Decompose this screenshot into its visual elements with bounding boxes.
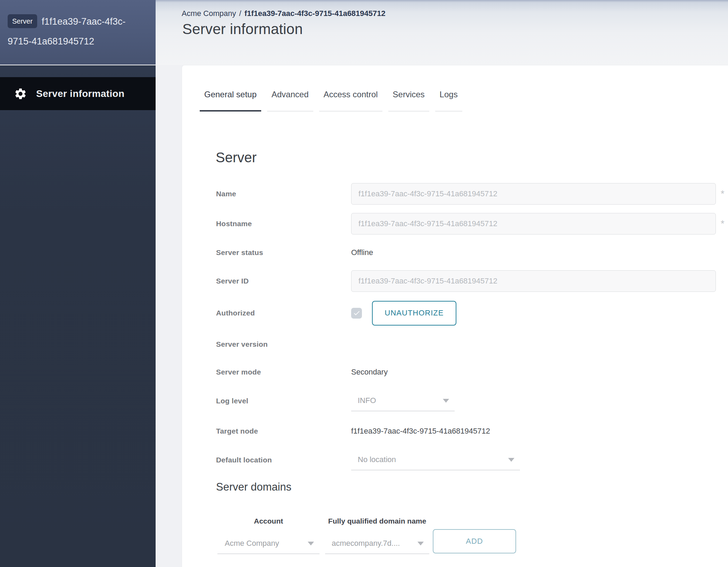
default-location-label: Default location (216, 450, 351, 470)
content-background: General setup Advanced Access control Se… (156, 65, 728, 567)
server-type-badge: Server (8, 14, 37, 28)
tab-advanced[interactable]: Advanced (267, 90, 313, 112)
target-node-label: Target node (216, 427, 351, 435)
server-mode-label: Server mode (216, 368, 351, 376)
fqdn-select[interactable]: acmecompany.7d.... (325, 533, 429, 554)
gear-icon (14, 87, 27, 100)
unauthorize-button[interactable]: UNAUTHORIZE (372, 301, 456, 326)
breadcrumb-current: f1f1ea39-7aac-4f3c-9715-41a681945712 (245, 9, 386, 18)
breadcrumb-separator: / (239, 9, 241, 18)
server-version-label: Server version (216, 340, 351, 348)
form-row-server-status: Server status Offline (216, 241, 373, 264)
chevron-down-icon (308, 542, 314, 545)
default-location-value: No location (358, 455, 396, 464)
chevron-down-icon (417, 542, 424, 545)
form-row-log-level: Log level INFO (216, 391, 455, 412)
form-row-authorized: Authorized UNAUTHORIZE (216, 301, 456, 326)
tab-logs[interactable]: Logs (435, 90, 462, 112)
target-node-value: f1f1ea39-7aac-4f3c-9715-41a681945712 (351, 427, 490, 436)
sidebar-nav: Server information (0, 66, 156, 567)
log-level-select[interactable]: INFO (351, 391, 455, 411)
hostname-input[interactable] (351, 213, 716, 235)
default-location-select[interactable]: No location (351, 450, 520, 470)
required-marker: * (721, 189, 725, 199)
page-title: Server information (182, 21, 303, 38)
form-row-hostname: Hostname * (216, 213, 725, 235)
required-marker: * (721, 219, 725, 229)
chevron-down-icon (443, 399, 449, 403)
section-heading-server: Server (216, 150, 257, 165)
tab-services[interactable]: Services (388, 90, 429, 112)
section-heading-server-domains: Server domains (216, 481, 291, 493)
breadcrumb-parent[interactable]: Acme Company (182, 9, 236, 18)
form-row-default-location: Default location No location (216, 450, 520, 471)
sidebar-item-server-information[interactable]: Server information (0, 77, 156, 110)
column-header-fqdn: Fully qualified domain name (318, 517, 436, 525)
form-row-server-id: Server ID (216, 270, 716, 292)
authorized-label: Authorized (216, 309, 351, 317)
chevron-down-icon (508, 458, 514, 462)
authorized-checkbox[interactable] (351, 308, 362, 319)
account-select-value: Acme Company (225, 539, 279, 548)
log-level-label: Log level (216, 391, 351, 411)
server-mode-value: Secondary (351, 368, 388, 377)
main-header: Acme Company/f1f1ea39-7aac-4f3c-9715-41a… (156, 0, 728, 65)
account-select[interactable]: Acme Company (217, 533, 320, 554)
checkmark-icon (353, 309, 361, 317)
tab-bar: General setup Advanced Access control Se… (200, 90, 468, 112)
add-domain-button[interactable]: ADD (433, 529, 516, 553)
log-level-value: INFO (358, 396, 376, 405)
form-row-target-node: Target node f1f1ea39-7aac-4f3c-9715-41a6… (216, 420, 490, 442)
tab-general-setup[interactable]: General setup (200, 90, 261, 112)
form-row-server-version: Server version (216, 333, 351, 355)
form-row-server-mode: Server mode Secondary (216, 361, 388, 383)
fqdn-select-value: acmecompany.7d.... (332, 539, 400, 548)
sidebar-item-label: Server information (36, 88, 124, 99)
breadcrumb: Acme Company/f1f1ea39-7aac-4f3c-9715-41a… (182, 9, 386, 18)
screen: Serverf1f1ea39-7aac-4f3c-9715-41a6819457… (0, 0, 728, 567)
sidebar: Serverf1f1ea39-7aac-4f3c-9715-41a6819457… (0, 0, 156, 567)
server-id-label: Server ID (216, 277, 351, 285)
server-status-value: Offline (351, 248, 373, 257)
form-row-name: Name * (216, 183, 725, 205)
hostname-label: Hostname (216, 220, 351, 228)
column-header-account: Account (217, 517, 320, 525)
server-status-label: Server status (216, 248, 351, 257)
content-card: General setup Advanced Access control Se… (182, 65, 728, 567)
sidebar-header: Serverf1f1ea39-7aac-4f3c-9715-41a6819457… (0, 0, 156, 65)
tab-access-control[interactable]: Access control (319, 90, 382, 112)
name-label: Name (216, 190, 351, 198)
name-input[interactable] (351, 183, 716, 205)
server-id-input[interactable] (351, 270, 716, 292)
